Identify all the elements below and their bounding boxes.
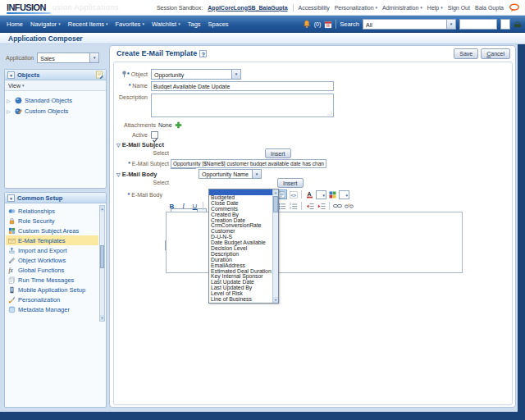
field-option[interactable]: Created By (209, 212, 272, 218)
sidebar-item-personalization[interactable]: Personalization (6, 294, 98, 304)
email-subject-input[interactable] (171, 159, 326, 168)
field-option[interactable]: Description (209, 252, 272, 258)
add-attachment-plus-icon[interactable] (175, 121, 182, 129)
nav-navigator[interactable]: Navigator (30, 21, 61, 28)
sidebar-item-import-and-export[interactable]: Import and Export (6, 245, 98, 255)
nav-favorites[interactable]: Favorites (116, 21, 144, 28)
font-color-select[interactable] (316, 190, 326, 199)
search-scope-select[interactable]: All (363, 19, 456, 30)
add-link-button[interactable] (332, 201, 343, 211)
new-object-icon[interactable] (95, 71, 103, 79)
alerts-bell-icon[interactable] (303, 20, 311, 29)
calendar-icon[interactable] (324, 21, 332, 29)
source-code-mode-button[interactable]: <> (288, 189, 299, 199)
object-select[interactable]: Opportunity (151, 69, 241, 80)
outdent-button[interactable] (304, 201, 315, 211)
sidebar-item-mobile-application-setup[interactable]: Mobile Application Setup (6, 285, 98, 294)
subject-field-select[interactable]: Opportunity Name (199, 169, 262, 179)
body-insert-button[interactable]: Insert (277, 178, 304, 188)
subject-insert-button[interactable]: Insert (265, 148, 291, 158)
collapse-panel-icon[interactable] (7, 71, 15, 79)
sidebar-item-run-time-messages[interactable]: Run Time Messages (6, 275, 98, 285)
personalization-menu[interactable]: Personalization (335, 5, 377, 11)
session-sandbox-link[interactable]: ApplCoreLongSB_BalaGupta (208, 5, 287, 11)
help-icon[interactable]: ? (199, 50, 207, 57)
nav-recent-items[interactable]: Recent Items (68, 21, 108, 28)
name-input[interactable] (151, 81, 334, 91)
chevron-down-icon[interactable] (89, 53, 98, 62)
background-color-button[interactable] (327, 189, 338, 199)
field-option[interactable]: Line of Business (209, 297, 272, 303)
remove-link-button[interactable] (344, 201, 354, 211)
sidebar-item-email-templates[interactable]: E-Mail Templates (6, 235, 98, 245)
save-button[interactable]: Save (454, 48, 478, 59)
field-option[interactable]: Close Date (209, 201, 272, 207)
search-input[interactable] (459, 19, 497, 30)
tree-item-custom-objects[interactable]: Custom Objects (7, 106, 104, 116)
field-option[interactable]: Estimated Deal Duration (209, 269, 272, 275)
resize-handle[interactable] (327, 111, 332, 116)
field-option[interactable]: Budgeted (209, 195, 272, 201)
advanced-search-binoculars-icon[interactable] (514, 21, 522, 29)
view-menu[interactable]: View (8, 83, 21, 89)
expand-icon[interactable] (7, 98, 12, 103)
field-option[interactable]: CrmConversionRate (209, 223, 272, 229)
numbered-list-icon: 12 (290, 203, 298, 210)
scroll-down-icon[interactable] (100, 315, 104, 321)
scroll-up-icon[interactable] (273, 189, 278, 195)
sign-out-link[interactable]: Sign Out (448, 5, 470, 11)
nav-watchlist[interactable]: Watchlist (152, 21, 180, 28)
field-option[interactable]: D-U-N-S (209, 235, 272, 240)
scrollbar-thumb[interactable] (100, 245, 104, 268)
description-textarea[interactable] (151, 94, 334, 117)
collapse-panel-icon[interactable] (7, 194, 15, 202)
field-option[interactable]: Customer (209, 229, 272, 235)
expand-icon[interactable] (7, 108, 12, 114)
field-option[interactable]: EmailAddress (209, 263, 272, 269)
section-collapse-icon[interactable] (116, 171, 121, 177)
sidebar-item-metadata-manager[interactable]: Metadata Manager (6, 304, 98, 314)
field-option[interactable]: Duration (209, 258, 272, 263)
scrollbar-thumb[interactable] (273, 196, 278, 212)
conversation-bubble-icon[interactable] (509, 3, 520, 12)
italic-button[interactable]: I (178, 201, 189, 211)
chevron-down-icon[interactable] (252, 170, 261, 178)
accessibility-link[interactable]: Accessibility (299, 5, 330, 11)
nav-home[interactable]: Home (7, 21, 23, 28)
search-go-button[interactable] (500, 19, 510, 30)
application-select[interactable]: Sales (37, 52, 99, 63)
scroll-up-icon[interactable] (100, 206, 104, 212)
section-collapse-icon[interactable] (116, 142, 121, 148)
active-checkbox[interactable] (151, 131, 158, 139)
field-option[interactable]: Last Updated By (209, 285, 272, 291)
sidebar-item-role-security[interactable]: Role Security (6, 216, 98, 226)
font-color-button[interactable]: A (304, 189, 315, 199)
bold-button[interactable]: B (167, 201, 177, 211)
cancel-button[interactable]: Cancel (481, 48, 510, 59)
sidebar-item-global-functions[interactable]: fx Global Functions (6, 265, 98, 275)
field-option-blank[interactable] (209, 189, 272, 195)
chevron-down-icon[interactable] (231, 70, 240, 79)
indent-button[interactable] (316, 201, 326, 211)
field-option[interactable]: Decision Level (209, 246, 272, 252)
main-navbar: Home Navigator Recent Items Favorites Wa… (0, 16, 525, 33)
field-option[interactable]: Last Update Date (209, 280, 272, 285)
numbered-list-button[interactable]: 12 (288, 201, 299, 211)
nav-tags[interactable]: Tags (188, 21, 201, 28)
nav-spaces[interactable]: Spaces (208, 21, 229, 28)
chevron-down-icon[interactable] (446, 20, 455, 29)
administration-menu[interactable]: Administration (382, 5, 422, 11)
field-option[interactable]: Key Internal Sponsor (209, 274, 272, 280)
field-option[interactable]: Creation Date (209, 218, 272, 224)
help-menu[interactable]: Help (427, 5, 443, 11)
sidebar-item-custom-subject-areas[interactable]: Custom Subject Areas (6, 226, 98, 235)
field-option[interactable]: Level of Risk (209, 291, 272, 297)
underline-button[interactable]: U (189, 201, 200, 211)
sidebar-item-object-workflows[interactable]: Object Workflows (6, 255, 98, 265)
background-color-select[interactable] (339, 190, 349, 199)
tree-item-standard-objects[interactable]: Standard Objects (7, 95, 104, 106)
sidebar-item-relationships[interactable]: Relationships (6, 206, 98, 216)
field-option[interactable]: Comments (209, 207, 272, 212)
field-option[interactable]: Date Budget Available (209, 240, 272, 246)
scroll-down-icon[interactable] (273, 297, 278, 303)
